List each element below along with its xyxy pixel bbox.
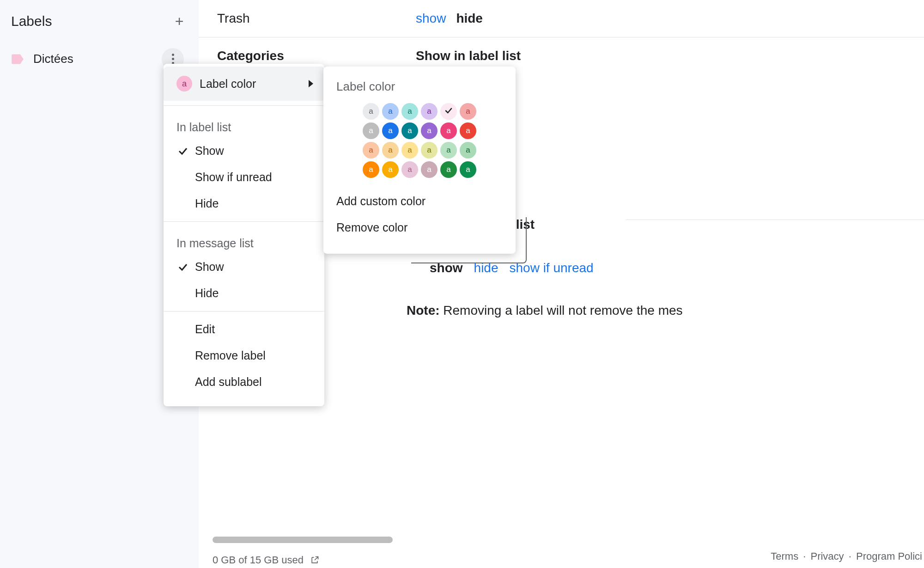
trash-hide-active[interactable]: hide bbox=[456, 11, 483, 26]
color-swatch-7[interactable]: a bbox=[382, 122, 399, 139]
color-swatch-11[interactable]: a bbox=[460, 122, 476, 139]
color-swatch-13[interactable]: a bbox=[382, 142, 399, 159]
ctx-label-hide[interactable]: Hide bbox=[164, 190, 324, 217]
storage-usage[interactable]: 0 GB of 15 GB used bbox=[213, 554, 319, 566]
label-context-menu: a Label color In label list Show Show if… bbox=[164, 64, 324, 406]
color-swatch-8[interactable]: a bbox=[401, 122, 418, 139]
color-swatch-20[interactable]: a bbox=[401, 161, 418, 178]
ctx-remove-label[interactable]: Remove label bbox=[164, 342, 324, 369]
label-tag-icon bbox=[11, 54, 24, 64]
ctx-section-in-label-list: In label list bbox=[164, 110, 324, 138]
trash-row: Trash show hide bbox=[199, 0, 924, 37]
ctx-msg-show[interactable]: Show bbox=[164, 254, 324, 280]
color-swatch-0[interactable]: a bbox=[363, 103, 379, 120]
trash-show-link[interactable]: show bbox=[416, 11, 446, 26]
color-swatch-22[interactable]: a bbox=[440, 161, 457, 178]
label-color-submenu: Label color aaaaaaaaaaaaaaaaaaaaaaa Add … bbox=[323, 67, 516, 254]
color-swatch-23[interactable]: a bbox=[460, 161, 476, 178]
footer-privacy-link[interactable]: Privacy bbox=[810, 550, 844, 562]
check-icon bbox=[444, 106, 453, 117]
categories-header: Show in label list bbox=[416, 49, 521, 63]
color-swatch-2[interactable]: a bbox=[401, 103, 418, 120]
check-icon bbox=[176, 262, 189, 273]
add-custom-color[interactable]: Add custom color bbox=[336, 188, 503, 214]
color-swatch-1[interactable]: a bbox=[382, 103, 399, 120]
color-swatch-16[interactable]: a bbox=[440, 142, 457, 159]
submenu-arrow-icon bbox=[309, 80, 313, 87]
label-row[interactable]: Dictées bbox=[11, 48, 188, 70]
color-chip-icon: a bbox=[176, 76, 192, 92]
color-swatch-10[interactable]: a bbox=[440, 122, 457, 139]
footer-policies-link[interactable]: Program Polici bbox=[856, 550, 922, 562]
color-swatch-21[interactable]: a bbox=[421, 161, 438, 178]
ctx-label-show[interactable]: Show bbox=[164, 138, 324, 164]
open-external-icon bbox=[310, 556, 319, 565]
color-swatch-19[interactable]: a bbox=[382, 161, 399, 178]
remove-color[interactable]: Remove color bbox=[336, 214, 503, 241]
ctx-msg-hide[interactable]: Hide bbox=[164, 280, 324, 306]
horizontal-scrollbar[interactable] bbox=[213, 537, 393, 543]
color-swatch-9[interactable]: a bbox=[421, 122, 438, 139]
add-label-button[interactable]: + bbox=[171, 13, 188, 30]
color-swatch-6[interactable]: a bbox=[363, 122, 379, 139]
color-swatch-4[interactable] bbox=[440, 103, 457, 120]
note-text: Note: Removing a label will not remove t… bbox=[407, 303, 906, 318]
color-swatch-grid: aaaaaaaaaaaaaaaaaaaaaaa bbox=[363, 103, 476, 178]
color-swatch-3[interactable]: a bbox=[421, 103, 438, 120]
ctx-section-in-message-list: In message list bbox=[164, 226, 324, 254]
footer-terms-link[interactable]: Terms bbox=[771, 550, 798, 562]
trash-label: Trash bbox=[217, 11, 416, 26]
ctx-edit[interactable]: Edit bbox=[164, 316, 324, 342]
sidebar-title: Labels bbox=[11, 13, 52, 29]
color-swatch-14[interactable]: a bbox=[401, 142, 418, 159]
check-icon bbox=[176, 146, 189, 157]
color-swatch-17[interactable]: a bbox=[460, 142, 476, 159]
ctx-add-sublabel[interactable]: Add sublabel bbox=[164, 369, 324, 395]
color-swatch-12[interactable]: a bbox=[363, 142, 379, 159]
footer-links: Terms · Privacy · Program Polici bbox=[769, 550, 924, 562]
color-swatch-18[interactable]: a bbox=[363, 161, 379, 178]
categories-label: Categories bbox=[217, 49, 416, 63]
label-name: Dictées bbox=[33, 52, 73, 66]
color-swatch-5[interactable]: a bbox=[460, 103, 476, 120]
ctx-label-show-if-unread[interactable]: Show if unread bbox=[164, 164, 324, 190]
ctx-label-color[interactable]: a Label color bbox=[164, 67, 324, 101]
color-swatch-15[interactable]: a bbox=[421, 142, 438, 159]
color-menu-title: Label color bbox=[336, 79, 503, 94]
